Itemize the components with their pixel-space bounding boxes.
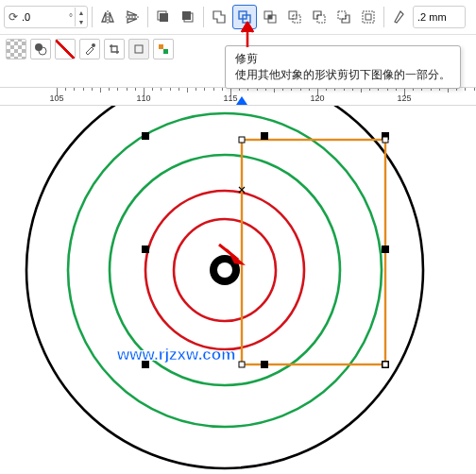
svg-rect-16 [366,14,371,20]
simplify-icon[interactable] [283,6,306,28]
svg-rect-10 [268,15,272,19]
pen-icon[interactable] [388,6,411,28]
svg-point-19 [92,43,95,47]
boundary-icon[interactable] [357,6,380,28]
flip-horizontal-icon[interactable] [96,6,119,28]
drawing-svg [0,104,476,474]
back-minus-front-icon[interactable] [332,6,355,28]
rotation-down[interactable]: ▼ [76,17,87,26]
ruler-horizontal: 105110115120125 [0,87,476,106]
rotation-input[interactable]: ⟳ ° ▲▼ [4,6,88,28]
svg-rect-20 [135,45,143,53]
svg-rect-15 [363,11,374,23]
svg-rect-21 [159,44,163,49]
transparency-icon[interactable] [30,39,51,59]
svg-rect-13 [317,15,325,23]
rotation-value[interactable] [18,8,69,26]
to-front-icon[interactable] [152,6,175,28]
crop-icon[interactable] [104,39,125,59]
swap-colors-icon[interactable] [153,39,174,59]
tooltip-title: 修剪 [235,52,450,66]
svg-point-18 [39,47,46,55]
flip-vertical-icon[interactable] [121,6,144,28]
canvas[interactable]: www.rjzxw.com [0,104,476,474]
svg-marker-24 [236,96,247,105]
to-back-icon[interactable] [177,6,199,28]
stroke-width-input[interactable] [413,6,466,28]
weld-icon[interactable] [208,6,230,28]
svg-rect-22 [163,49,168,54]
svg-rect-34 [239,137,245,143]
circle-outer-black[interactable] [26,104,423,468]
svg-rect-26 [142,132,149,140]
svg-rect-35 [382,137,388,143]
svg-rect-14 [338,11,346,19]
eyedropper-icon[interactable] [79,39,100,59]
svg-rect-27 [261,132,268,140]
svg-rect-30 [382,245,389,253]
svg-rect-37 [382,362,388,367]
front-minus-back-icon[interactable] [308,6,331,28]
fill-swatch[interactable] [6,39,26,59]
arrow-to-rect-icon [213,241,251,279]
svg-rect-2 [160,13,168,22]
selection-rectangle[interactable] [242,140,385,364]
svg-marker-23 [241,21,254,32]
svg-rect-32 [261,361,268,368]
arrow-to-tool-icon [238,21,259,49]
tooltip: 修剪 使用其他对象的形状剪切下图像的一部分。 [225,45,461,89]
rotation-up[interactable]: ▲ [76,8,87,17]
svg-rect-36 [239,362,245,367]
intersect-icon[interactable] [259,6,281,28]
svg-rect-29 [142,245,149,253]
object-props-icon[interactable] [128,39,149,59]
tooltip-body: 使用其他对象的形状剪切下图像的一部分。 [235,68,450,82]
svg-line-39 [219,245,238,260]
watermark: www.rjzxw.com [117,346,235,364]
svg-rect-4 [182,11,191,20]
stroke-width-value[interactable] [414,8,465,26]
nofill-icon[interactable] [55,39,76,59]
